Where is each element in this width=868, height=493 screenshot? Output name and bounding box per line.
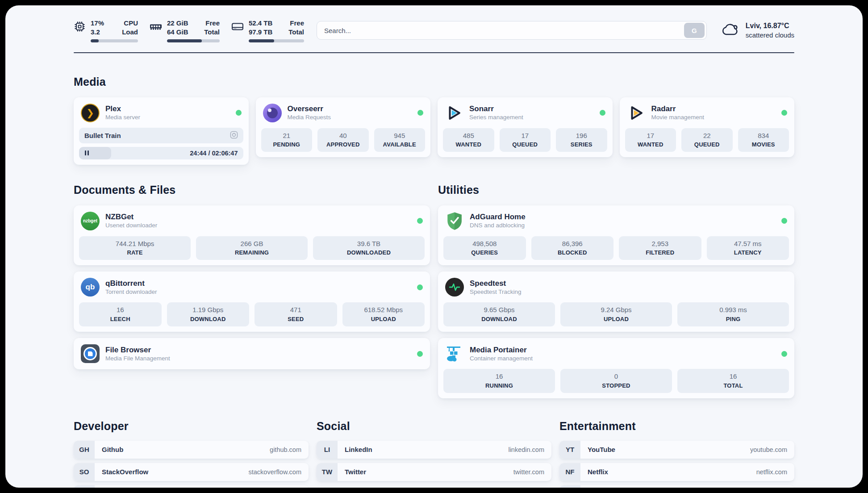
qbittorrent-icon: qb	[81, 278, 100, 297]
stat-box: 16 RUNNING	[443, 369, 555, 393]
stat-box: 0 STOPPED	[560, 369, 672, 393]
app-card-adguard[interactable]: AdGuard Home DNS and adblocking 498,508 …	[438, 205, 794, 266]
stat-box: 471 SEED	[255, 302, 337, 326]
app-name: Plex	[105, 104, 140, 113]
app-name: qBittorrent	[105, 279, 157, 288]
stat-box: 86,396 BLOCKED	[531, 236, 614, 260]
stat-box: 47.57 ms LATENCY	[707, 236, 789, 260]
stat-value: 1.19 Gbps	[169, 306, 248, 314]
link-row-linkedin[interactable]: LI LinkedIn linkedin.com	[317, 441, 551, 459]
section-title-utilities: Utilities	[438, 184, 794, 196]
stat-box: 17 WANTED	[625, 128, 676, 152]
media-grid: ❯ Plex Media server Bullet Train	[74, 97, 794, 165]
stat-value: 744.21 Mbps	[81, 240, 189, 248]
weather-condition: scattered clouds	[746, 31, 794, 40]
stat-value: 47.57 ms	[709, 240, 788, 248]
app-card-radarr[interactable]: Radarr Movie management 17 WANTED 22 QUE…	[620, 97, 795, 158]
stat-label: SEED	[256, 316, 335, 322]
stat-box: 17 QUEUED	[500, 128, 551, 152]
app-subtitle: Media Requests	[288, 113, 331, 121]
stat-value: 16	[81, 306, 160, 314]
link-name: Github	[102, 446, 123, 453]
link-row-netflix[interactable]: NF Netflix netflix.com	[559, 463, 794, 481]
link-row-youtube[interactable]: YT YouTube youtube.com	[559, 441, 794, 459]
stat-box: 9.65 Gbps DOWNLOAD	[443, 302, 555, 326]
cpu-load-label: Load	[122, 28, 138, 37]
link-url: twitter.com	[513, 468, 544, 476]
app-card-sonarr[interactable]: Sonarr Series management 485 WANTED 17 Q…	[438, 97, 613, 158]
stat-label: REMAINING	[198, 249, 306, 256]
search-input[interactable]	[317, 21, 707, 40]
link-row-twitter[interactable]: TW Twitter twitter.com	[317, 463, 551, 481]
app-card-plex[interactable]: ❯ Plex Media server Bullet Train	[74, 97, 249, 165]
link-tag: YT	[559, 441, 580, 459]
stat-label: RUNNING	[445, 382, 553, 389]
stat-label: FILTERED	[621, 249, 700, 256]
stat-box: 16 TOTAL	[677, 369, 789, 393]
section-title-social: Social	[317, 420, 551, 433]
search-bar: G	[317, 21, 707, 40]
app-card-filebrowser[interactable]: File Browser Media File Management	[74, 338, 430, 369]
cpu-progress-track	[91, 39, 138, 42]
app-subtitle: DNS and adblocking	[470, 221, 526, 230]
stat-value: 17	[501, 132, 549, 140]
stat-value: 618.52 Mbps	[344, 306, 423, 314]
link-row-stackoverflow[interactable]: SO StackOverflow stackoverflow.com	[74, 463, 309, 481]
stat-value: 40	[319, 132, 367, 140]
weather-widget[interactable]: Lviv, 16.87°C scattered clouds	[720, 21, 794, 39]
app-card-qbittorrent[interactable]: qb qBittorrent Torrent downloader 16 LEE…	[74, 272, 430, 332]
app-card-speedtest[interactable]: Speedtest Speedtest Tracking 9.65 Gbps D…	[438, 272, 794, 332]
stat-box: 16 LEECH	[79, 302, 162, 326]
link-row-github[interactable]: GH Github github.com	[74, 441, 309, 459]
stat-value: 834	[740, 132, 788, 140]
status-dot	[417, 284, 423, 290]
link-row-reddit[interactable]: RE Reddit reddit.com	[559, 485, 794, 488]
disk-icon	[231, 21, 244, 34]
speedtest-icon	[445, 278, 464, 297]
stat-label: MOVIES	[740, 141, 788, 148]
stat-value: 22	[683, 132, 731, 140]
nzbget-icon: nzbget	[81, 212, 100, 230]
cpu-load-value: 3.2	[91, 28, 104, 37]
stat-value: 0	[562, 372, 670, 381]
stat-value: 17	[627, 132, 675, 140]
documents-column: Documents & Files nzbget NZBGet Usenet d…	[74, 184, 430, 398]
app-card-portainer[interactable]: Media Portainer Container management 16 …	[438, 338, 794, 398]
playback-progress-bar[interactable]: 24:44 / 02:06:47	[79, 147, 243, 159]
pause-button[interactable]	[84, 149, 90, 157]
top-bar: 17% 3.2 CPU Load	[74, 19, 794, 42]
link-url: youtube.com	[750, 446, 787, 453]
stat-box: 945 AVAILABLE	[374, 128, 426, 152]
stat-label: PENDING	[263, 141, 311, 148]
app-name: AdGuard Home	[470, 212, 526, 221]
app-subtitle: Torrent downloader	[105, 288, 157, 296]
stat-label: LEECH	[81, 316, 160, 322]
link-url: linkedin.com	[508, 446, 544, 453]
stat-value: 9.24 Gbps	[562, 306, 670, 314]
status-dot	[417, 351, 423, 357]
session-icon[interactable]	[230, 131, 238, 140]
qbittorrent-icon-label: qb	[86, 283, 95, 292]
section-title-entertainment: Entertainment	[559, 420, 794, 433]
stat-value: 945	[376, 132, 424, 140]
sonarr-icon	[445, 104, 463, 122]
search-engine-button[interactable]: G	[684, 23, 705, 38]
link-row-dev[interactable]: DT DEV dev.to	[74, 485, 309, 488]
stat-box: 40 APPROVED	[317, 128, 369, 152]
stat-label: BLOCKED	[533, 249, 612, 256]
stat-label: DOWNLOAD	[445, 316, 553, 322]
link-name: LinkedIn	[345, 446, 372, 453]
app-card-overseerr[interactable]: Overseerr Media Requests 21 PENDING 40 A…	[256, 97, 431, 158]
status-dot	[781, 351, 787, 357]
link-name: Twitter	[345, 468, 366, 476]
link-tag: LI	[317, 441, 338, 459]
stat-value: 16	[679, 372, 787, 381]
app-card-nzbget[interactable]: nzbget NZBGet Usenet downloader 744.21 M…	[74, 205, 430, 266]
section-title-media: Media	[74, 75, 794, 88]
disk-monitor: 52.4 TB 97.9 TB Free Total	[231, 19, 304, 42]
stat-value: 9.65 Gbps	[445, 306, 553, 314]
portainer-icon	[445, 344, 464, 363]
cloud-icon	[720, 22, 740, 39]
now-playing-title: Bullet Train	[84, 132, 121, 139]
cpu-label: CPU	[122, 19, 138, 28]
